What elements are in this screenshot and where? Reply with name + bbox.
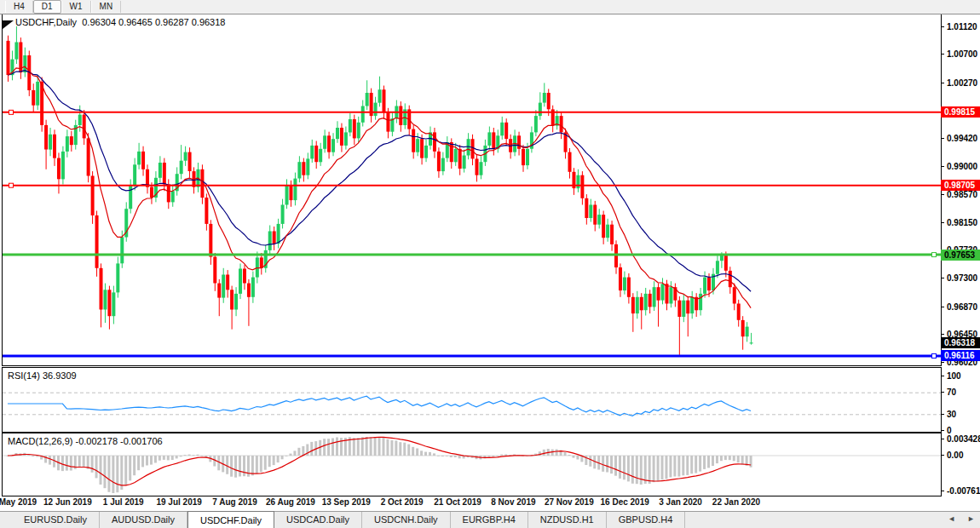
price-axis[interactable]: 1.011201.007001.002700.994200.990000.985… <box>941 14 980 511</box>
price-tick-label: 0.96870 <box>947 302 977 312</box>
price-level-box-0.97653: 0.97653 <box>941 250 980 261</box>
price-tick-mark <box>941 222 944 223</box>
line-handle-0.97653[interactable] <box>932 253 937 257</box>
chart-tab-gbpusd-h4[interactable]: GBPUSD.H4 <box>607 512 686 528</box>
chart-ohlc-values: 0.96304 0.96465 0.96287 0.96318 <box>82 17 225 27</box>
chart-tab-usdcnh-daily[interactable]: USDCNH.Daily <box>362 512 451 528</box>
candlestick-canvas[interactable] <box>3 14 941 365</box>
rsi-line <box>8 396 751 416</box>
date-tick-label: 12 Jun 2019 <box>43 497 92 507</box>
chart-tab-bar: EURUSD.DailyAUDUSD.DailyUSDCHF.DailyUSDC… <box>0 511 980 528</box>
macd-label: MACD(12,26,9) -0.002178 -0.001706 <box>8 436 163 446</box>
price-tick-label: 0.98150 <box>947 218 977 227</box>
chart-tab-audusd-daily[interactable]: AUDUSD.Daily <box>100 512 187 528</box>
date-tick-label: 24 May 2019 <box>0 497 37 507</box>
timeframe-button-h4[interactable]: H4 <box>5 1 33 13</box>
price-level-box-0.96116: 0.96116 <box>941 350 980 361</box>
price-tick-mark <box>941 362 944 363</box>
price-tick-mark <box>941 26 944 27</box>
line-handle-0.96116[interactable] <box>932 353 937 358</box>
date-axis[interactable]: 24 May 201912 Jun 20191 Jul 201919 Jul 2… <box>2 495 940 511</box>
date-tick-label: 13 Sep 2019 <box>322 497 371 507</box>
price-tick-mark <box>941 138 944 139</box>
rsi-tick-mark <box>941 376 944 376</box>
timeframe-toolbar: H4D1W1MN <box>0 0 980 14</box>
tab-scroll-right-icon[interactable]: ► <box>967 514 975 523</box>
price-chart-panel[interactable] <box>2 14 942 366</box>
chart-title: USDCHF,Daily 0.96304 0.96465 0.96287 0.9… <box>15 17 225 27</box>
date-tick-label: 19 Jul 2019 <box>156 497 201 507</box>
rsi-tick-mark <box>941 414 944 415</box>
date-tick-label: 8 Nov 2019 <box>491 497 535 507</box>
tab-scroll-left-icon[interactable]: ◄ <box>948 514 955 523</box>
date-tick-label: 27 Nov 2019 <box>545 497 594 507</box>
macd-indicator-panel[interactable]: MACD(12,26,9) -0.002178 -0.001706 <box>2 433 942 496</box>
rsi-indicator-panel[interactable]: RSI(14) 36.9309 <box>2 367 942 433</box>
price-tick-label: 1.00700 <box>947 49 977 59</box>
date-tick-label: 22 Jan 2020 <box>712 497 760 507</box>
price-tick-label: 0.97300 <box>947 273 977 283</box>
price-tick-mark <box>941 54 944 55</box>
macd-tick-mark <box>941 439 944 439</box>
candles-layer <box>7 26 753 355</box>
date-tick-label: 1 Jul 2019 <box>103 497 144 507</box>
chart-tab-usdcad-daily[interactable]: USDCAD.Daily <box>274 512 362 528</box>
price-level-box-0.99815: 0.99815 <box>941 106 980 118</box>
date-tick-label: 2 Oct 2019 <box>381 497 424 507</box>
tab-scroll-controls: ◄ ► <box>948 514 975 523</box>
price-tick-label: 0.99420 <box>947 134 977 143</box>
price-tick-mark <box>941 166 944 167</box>
timeframe-button-d1[interactable]: D1 <box>33 0 61 14</box>
price-tick-mark <box>941 278 944 278</box>
price-tick-label: 1.01120 <box>947 22 977 32</box>
chart-symbol-label: USDCHF,Daily <box>15 17 77 27</box>
chart-tab-eurusd-daily[interactable]: EURUSD.Daily <box>12 512 100 528</box>
price-tick-label: 0.99000 <box>947 162 977 171</box>
rsi-canvas[interactable] <box>3 368 941 432</box>
line-handle-0.98705[interactable] <box>9 183 14 187</box>
rsi-tick-mark <box>941 430 944 431</box>
price-level-box-0.98705: 0.98705 <box>941 180 980 191</box>
price-tick-label: 1.00270 <box>947 78 977 88</box>
rsi-tick-label: 70 <box>947 387 956 397</box>
macd-tick-mark <box>941 455 944 456</box>
rsi-tick-label: 100 <box>947 371 961 381</box>
price-tick-mark <box>941 307 944 307</box>
price-tick-mark <box>941 194 944 195</box>
date-tick-label: 16 Dec 2019 <box>601 497 649 507</box>
chart-tab-nzdusd-h1[interactable]: NZDUSD.H1 <box>528 512 607 528</box>
price-tick-mark <box>941 83 944 83</box>
timeframe-button-mn[interactable]: MN <box>91 1 122 13</box>
macd-tick-label: 0.00 <box>947 451 963 460</box>
price-tick-label: 0.98570 <box>947 190 977 199</box>
date-tick-label: 26 Aug 2019 <box>266 497 315 507</box>
chart-shift-marker-icon <box>3 20 14 29</box>
chart-tab-usdchf-daily[interactable]: USDCHF.Daily <box>187 511 274 528</box>
rsi-label: RSI(14) 36.9309 <box>8 370 77 381</box>
timeframe-button-w1[interactable]: W1 <box>61 1 91 13</box>
current-price-box: 0.96318 <box>941 337 980 348</box>
macd-tick-mark <box>941 491 944 491</box>
macd-tick-label: -0.007615 <box>947 486 980 496</box>
rsi-tick-label: 30 <box>947 410 956 419</box>
date-tick-label: 3 Jan 2020 <box>659 497 702 507</box>
chart-tab-eurgbp-h4[interactable]: EURGBP.H4 <box>451 512 528 528</box>
line-handle-0.99815[interactable] <box>9 110 14 114</box>
chart-window: USDCHF,Daily 0.96304 0.96465 0.96287 0.9… <box>0 14 980 511</box>
macd-tick-label: 0.003428 <box>947 434 980 444</box>
price-tick-mark <box>941 334 944 335</box>
rsi-tick-mark <box>941 392 944 393</box>
date-tick-label: 7 Aug 2019 <box>212 497 257 507</box>
date-tick-label: 21 Oct 2019 <box>434 497 481 507</box>
